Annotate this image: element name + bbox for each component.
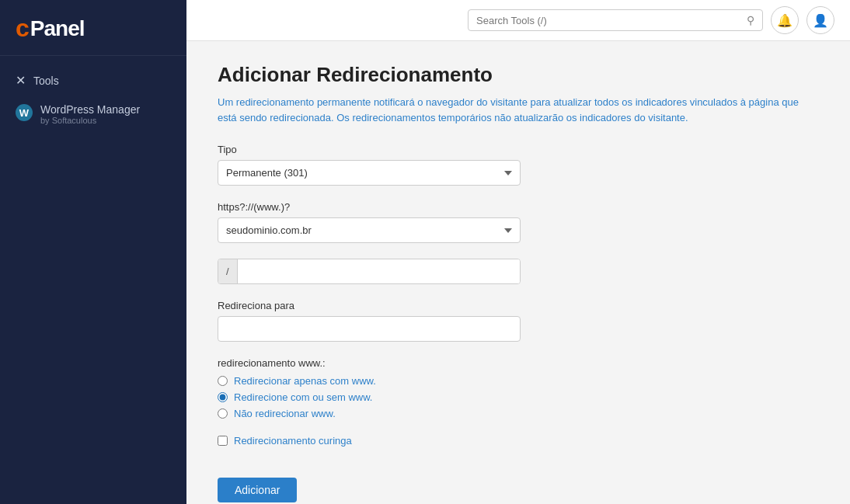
wordpress-subtitle: by Softaculous xyxy=(40,116,140,125)
radio-no-www[interactable]: Não redirecionar www. xyxy=(218,408,761,419)
content: Adicionar Redirecionamento Um redirecion… xyxy=(186,41,850,504)
wordpress-icon: W xyxy=(16,104,33,121)
www-group: redirecionamento www.: Redirecionar apen… xyxy=(218,357,761,419)
type-label: Tipo xyxy=(218,144,761,155)
sidebar-item-tools[interactable]: ✕ Tools xyxy=(0,65,186,96)
sidebar-nav: ✕ Tools W WordPress Manager by Softaculo… xyxy=(0,56,186,142)
domain-group: https?://(www.)? seudominio.com.br xyxy=(218,201,761,243)
type-group: Tipo Permanente (301) Temporário (302) xyxy=(218,144,761,186)
wordpress-text: WordPress Manager by Softaculous xyxy=(40,103,140,125)
user-button[interactable]: 👤 xyxy=(806,6,834,34)
cpanel-logo: cPanel xyxy=(16,14,171,43)
radio-no-www-label: Não redirecionar www. xyxy=(234,408,336,419)
add-button[interactable]: Adicionar xyxy=(218,478,297,502)
bell-icon: 🔔 xyxy=(777,13,793,28)
wildcard-label: Redirecionamento curinga xyxy=(234,435,352,447)
sidebar-tools-label: Tools xyxy=(33,75,59,87)
header: ⚲ 🔔 👤 xyxy=(186,0,850,41)
user-icon: 👤 xyxy=(813,13,828,28)
redirect-to-input[interactable] xyxy=(218,316,521,342)
radio-www-only-input[interactable] xyxy=(218,376,228,386)
domain-select[interactable]: seudominio.com.br xyxy=(218,217,521,243)
path-slash: / xyxy=(218,259,238,283)
search-input[interactable] xyxy=(476,15,740,26)
radio-www-or-not[interactable]: Redirecione com ou sem www. xyxy=(218,391,761,403)
redirect-form: Tipo Permanente (301) Temporário (302) h… xyxy=(218,144,761,504)
wildcard-checkbox-label[interactable]: Redirecionamento curinga xyxy=(218,435,761,447)
radio-www-or-not-input[interactable] xyxy=(218,392,228,402)
page-title: Adicionar Redirecionamento xyxy=(218,41,819,95)
search-icon: ⚲ xyxy=(747,14,754,26)
path-group: / xyxy=(218,259,761,284)
wordpress-title: WordPress Manager xyxy=(40,103,140,116)
radio-no-www-input[interactable] xyxy=(218,408,228,419)
radio-www-or-not-label: Redirecione com ou sem www. xyxy=(234,391,372,403)
sidebar: cPanel ✕ Tools W WordPress Manager by So… xyxy=(0,0,186,504)
logo-c: c xyxy=(16,14,29,43)
www-label: redirecionamento www.: xyxy=(218,357,761,369)
wildcard-checkbox[interactable] xyxy=(218,436,228,446)
logo-panel: Panel xyxy=(30,16,85,41)
sidebar-logo: cPanel xyxy=(0,0,186,56)
radio-www-only-label: Redirecionar apenas com www. xyxy=(234,375,376,387)
main: ⚲ 🔔 👤 Adicionar Redirecionamento Um redi… xyxy=(186,0,850,504)
redirect-to-group: Redireciona para xyxy=(218,300,761,342)
notifications-button[interactable]: 🔔 xyxy=(771,6,799,34)
type-select[interactable]: Permanente (301) Temporário (302) xyxy=(218,160,521,186)
sidebar-item-wordpress[interactable]: W WordPress Manager by Softaculous xyxy=(0,96,186,133)
search-bar[interactable]: ⚲ xyxy=(468,9,763,31)
www-radio-group: Redirecionar apenas com www. Redirecione… xyxy=(218,375,761,419)
redirect-to-label: Redireciona para xyxy=(218,300,761,311)
radio-www-only[interactable]: Redirecionar apenas com www. xyxy=(218,375,761,387)
path-input[interactable] xyxy=(238,259,520,283)
tools-icon: ✕ xyxy=(16,73,26,88)
domain-label: https?://(www.)? xyxy=(218,201,761,213)
page-description: Um redirecionamento permanente notificar… xyxy=(218,95,819,125)
path-input-group: / xyxy=(218,259,521,284)
wildcard-group: Redirecionamento curinga xyxy=(218,435,761,447)
